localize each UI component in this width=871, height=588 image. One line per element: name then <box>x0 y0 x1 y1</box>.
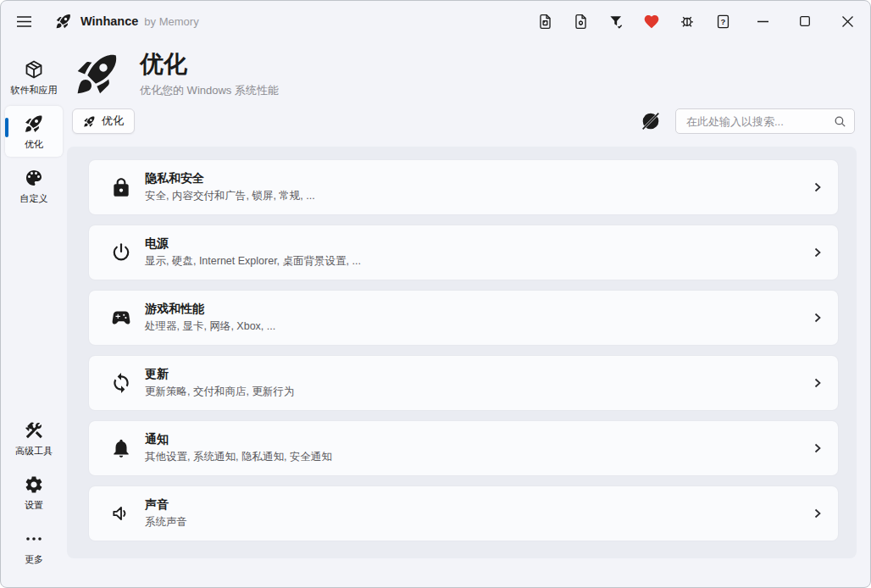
eye-off-icon[interactable] <box>640 110 662 132</box>
sidebar-item-advanced-tools[interactable]: 高级工具 <box>5 413 63 463</box>
section-subtitle: 更新策略, 交付和商店, 更新行为 <box>145 385 294 399</box>
titlebar-actions: ? <box>536 13 731 30</box>
search-icon[interactable] <box>833 114 847 129</box>
section-title: 隐私和安全 <box>145 171 315 186</box>
main-content: 优化 优化您的 Windows 系统性能 优化 隐私和安全 安全, 内 <box>67 42 870 587</box>
page-header: 优化 优化您的 Windows 系统性能 <box>74 50 279 98</box>
search-input[interactable] <box>676 115 854 128</box>
help-book-icon[interactable]: ? <box>714 13 731 30</box>
sidebar-item-label: 软件和应用 <box>11 84 58 97</box>
section-subtitle: 处理器, 显卡, 网络, Xbox, ... <box>145 319 275 334</box>
section-privacy-security[interactable]: 隐私和安全 安全, 内容交付和广告, 锁屏, 常规, ... <box>89 160 838 214</box>
window-controls <box>753 12 857 31</box>
section-subtitle: 其他设置, 系统通知, 隐私通知, 安全通知 <box>145 450 332 464</box>
sidebar-item-label: 设置 <box>25 499 43 512</box>
app-title: Winhance <box>80 14 138 28</box>
bell-icon <box>110 437 132 459</box>
sections-panel: 隐私和安全 安全, 内容交付和广告, 锁屏, 常规, ... 电源 显示, 硬盘… <box>67 147 857 558</box>
gear-icon <box>24 474 44 495</box>
app-byline: by Memory <box>144 15 198 28</box>
section-subtitle: 系统声音 <box>145 515 187 530</box>
tab-optimize[interactable]: 优化 <box>72 108 135 134</box>
hamburger-menu-icon[interactable] <box>9 7 38 36</box>
search-box <box>675 108 855 134</box>
config-file-icon[interactable] <box>572 13 589 30</box>
tools-icon <box>24 420 44 441</box>
section-title: 声音 <box>145 497 187 513</box>
sidebar: 软件和应用 优化 自定义 高级工具 设置 更多 <box>1 42 67 587</box>
titlebar: Winhance by Memory ? <box>1 1 870 42</box>
section-subtitle: 显示, 硬盘, Internet Explorer, 桌面背景设置, ... <box>145 254 361 269</box>
sidebar-item-more[interactable]: 更多 <box>5 521 63 572</box>
sidebar-item-label: 优化 <box>25 138 43 151</box>
section-updates[interactable]: 更新 更新策略, 交付和商店, 更新行为 <box>89 356 838 410</box>
filter-check-icon[interactable] <box>607 13 624 30</box>
section-title: 游戏和性能 <box>145 302 275 317</box>
package-box-icon <box>24 59 44 80</box>
section-sound[interactable]: 声音 系统声音 <box>89 486 838 541</box>
rocket-icon <box>83 115 96 128</box>
bug-icon[interactable] <box>679 13 696 30</box>
speaker-icon <box>110 502 132 524</box>
chevron-right-icon <box>811 180 824 194</box>
page-title: 优化 <box>140 52 279 78</box>
app-window: Winhance by Memory ? <box>0 0 871 588</box>
minimize-button[interactable] <box>753 12 772 31</box>
sidebar-item-label: 高级工具 <box>15 445 53 458</box>
heart-icon[interactable] <box>643 13 660 30</box>
sidebar-bottom: 高级工具 设置 更多 <box>5 413 63 575</box>
chevron-right-icon <box>811 311 824 325</box>
maximize-button[interactable] <box>796 12 814 31</box>
section-subtitle: 安全, 内容交付和广告, 锁屏, 常规, ... <box>145 189 315 203</box>
close-button[interactable] <box>838 12 857 31</box>
rocket-icon <box>24 114 44 134</box>
app-logo-rocket-icon <box>55 13 72 30</box>
chevron-right-icon <box>811 441 824 455</box>
lock-icon <box>110 176 132 198</box>
tab-label: 优化 <box>102 114 124 129</box>
sidebar-item-settings[interactable]: 设置 <box>5 467 63 518</box>
section-notifications[interactable]: 通知 其他设置, 系统通知, 隐私通知, 安全通知 <box>89 421 838 475</box>
section-title: 更新 <box>145 367 294 382</box>
page-subtitle: 优化您的 Windows 系统性能 <box>140 83 279 98</box>
sync-icon <box>110 372 132 394</box>
section-power[interactable]: 电源 显示, 硬盘, Internet Explorer, 桌面背景设置, ..… <box>89 225 838 280</box>
svg-text:?: ? <box>720 17 725 26</box>
sidebar-item-optimize[interactable]: 优化 <box>5 106 63 157</box>
section-gaming-performance[interactable]: 游戏和性能 处理器, 显卡, 网络, Xbox, ... <box>89 291 838 345</box>
section-title: 电源 <box>145 236 361 252</box>
chevron-right-icon <box>811 246 824 259</box>
power-icon <box>110 241 132 263</box>
sidebar-item-customize[interactable]: 自定义 <box>5 160 63 211</box>
rocket-icon <box>74 50 121 97</box>
toolbar: 优化 <box>72 108 855 135</box>
chevron-right-icon <box>811 507 824 520</box>
ellipsis-icon <box>24 529 44 549</box>
section-title: 通知 <box>145 432 332 447</box>
sidebar-item-software-apps[interactable]: 软件和应用 <box>5 52 63 103</box>
gamepad-icon <box>110 307 132 329</box>
palette-icon <box>24 168 44 188</box>
sidebar-item-label: 更多 <box>25 553 43 566</box>
sidebar-item-label: 自定义 <box>20 192 48 205</box>
chevron-right-icon <box>811 376 824 390</box>
save-config-file-icon[interactable] <box>536 13 553 30</box>
